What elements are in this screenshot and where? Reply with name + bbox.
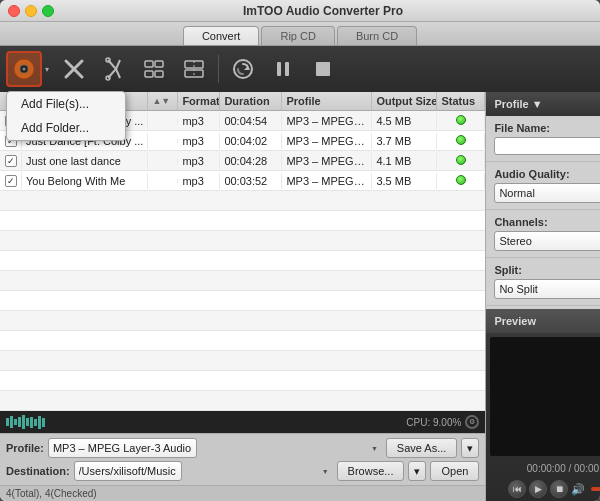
add-button[interactable]: [6, 51, 42, 87]
row4-status: [437, 173, 485, 189]
table-row[interactable]: Just one last dance mp3 00:04:28 MP3 – M…: [0, 151, 485, 171]
row1-arrows: [148, 119, 178, 123]
preview-section: Preview ▶ 00:00:00 / 00:00:00 ⏮ ▶ ⏹ 🔊: [486, 309, 600, 502]
panel-main: File Name: Audio Quality: Normal: [486, 116, 600, 309]
row3-outputsize: 4.1 MB: [372, 153, 437, 169]
preview-header: Preview ▶: [486, 309, 600, 333]
row1-status-icon: [456, 115, 466, 125]
content-area: Name ▲▼ Format Duration Profile: [0, 92, 600, 501]
th-status[interactable]: Status: [437, 92, 485, 110]
add-icon: [12, 57, 36, 81]
split-label: Split:: [494, 264, 600, 276]
status-bar: 4(Total), 4(Checked): [0, 485, 485, 501]
browse-dropdown[interactable]: ▾: [408, 461, 426, 481]
empty-row: [0, 251, 485, 271]
svg-rect-18: [316, 62, 330, 76]
panel-content: File Name: Audio Quality: Normal: [486, 116, 600, 309]
preview-controls: ⏮ ▶ ⏹ 🔊: [486, 477, 600, 501]
audio-quality-label: Audio Quality:: [494, 168, 600, 180]
row3-check[interactable]: [0, 152, 22, 169]
profile-header-label: Profile ▼: [494, 98, 542, 110]
row3-checkbox[interactable]: [5, 155, 17, 167]
audio-quality-select[interactable]: Normal: [494, 183, 600, 203]
th-outputsize[interactable]: Output Size: [372, 92, 437, 110]
volume-slider[interactable]: [591, 487, 600, 491]
maximize-button[interactable]: [42, 5, 54, 17]
add-dropdown-menu: Add File(s)... Add Folder...: [6, 91, 126, 141]
main-window: ImTOO Audio Converter Pro Convert Rip CD…: [0, 0, 600, 501]
merge-button[interactable]: [136, 51, 172, 87]
row2-arrows: [148, 139, 178, 143]
row4-checkbox[interactable]: [5, 175, 17, 187]
channels-select[interactable]: Stereo: [494, 231, 600, 251]
th-format[interactable]: Format: [178, 92, 220, 110]
tab-convert[interactable]: Convert: [183, 26, 260, 45]
waveform-bar-10: [42, 418, 45, 427]
remove-button[interactable]: [56, 51, 92, 87]
add-button-group: ▾ Add File(s)... Add Folder...: [6, 51, 52, 87]
row3-name: Just one last dance: [22, 153, 148, 169]
add-dropdown-arrow[interactable]: ▾: [42, 51, 52, 87]
row3-format: mp3: [178, 153, 220, 169]
row4-status-icon: [456, 175, 466, 185]
toolbar: ▾ Add File(s)... Add Folder...: [0, 46, 600, 92]
save-as-dropdown[interactable]: ▾: [461, 438, 479, 458]
separator-1: [218, 55, 219, 83]
th-profile[interactable]: Profile: [282, 92, 372, 110]
row4-format: mp3: [178, 173, 220, 189]
empty-row: [0, 271, 485, 291]
row4-profile: MP3 – MPEG La...: [282, 173, 372, 189]
convert-button[interactable]: [225, 51, 261, 87]
waveform-visual: [6, 415, 76, 429]
save-as-button[interactable]: Save As...: [386, 438, 458, 458]
add-files-item[interactable]: Add File(s)...: [7, 92, 125, 116]
waveform-bar: CPU: 9.00% ⚙: [0, 411, 485, 433]
settings-icon[interactable]: ⚙: [465, 415, 479, 429]
browse-button[interactable]: Browse...: [337, 461, 405, 481]
filename-label: File Name:: [494, 122, 600, 134]
right-panel: Profile ▼ ▶ File Name: Audio Quality:: [485, 92, 600, 501]
add-folder-item[interactable]: Add Folder...: [7, 116, 125, 140]
tab-burn-cd[interactable]: Burn CD: [337, 26, 417, 45]
row4-name: You Belong With Me: [22, 173, 148, 189]
channels-select-wrapper: Stereo: [494, 231, 600, 251]
open-button[interactable]: Open: [430, 461, 479, 481]
row1-profile: MP3 – MPEG La...: [282, 113, 372, 129]
row1-status: [437, 113, 485, 129]
th-duration[interactable]: Duration: [220, 92, 282, 110]
pause-button[interactable]: [265, 51, 301, 87]
row2-status: [437, 133, 485, 149]
profile-label: Profile:: [6, 442, 44, 454]
empty-row: [0, 291, 485, 311]
minimize-button[interactable]: [25, 5, 37, 17]
waveform-bar-7: [30, 417, 33, 428]
row3-profile: MP3 – MPEG La...: [282, 153, 372, 169]
preview-rewind-button[interactable]: ⏮: [508, 480, 526, 498]
svg-rect-9: [145, 71, 153, 77]
split-select[interactable]: No Split: [494, 279, 600, 299]
cut-button[interactable]: [96, 51, 132, 87]
scissors-icon: [102, 57, 126, 81]
table-row[interactable]: You Belong With Me mp3 00:03:52 MP3 – MP…: [0, 171, 485, 191]
empty-row: [0, 351, 485, 371]
filename-input[interactable]: [494, 137, 600, 155]
audio-quality-select-wrapper: Normal: [494, 183, 600, 203]
close-button[interactable]: [8, 5, 20, 17]
svg-rect-7: [145, 61, 153, 67]
row4-check[interactable]: [0, 172, 22, 189]
row4-duration: 00:03:52: [220, 173, 282, 189]
tab-rip-cd[interactable]: Rip CD: [261, 26, 334, 45]
stop-button[interactable]: [305, 51, 341, 87]
row3-status: [437, 153, 485, 169]
row1-duration: 00:04:54: [220, 113, 282, 129]
waveform-bar-3: [14, 419, 17, 425]
split-button[interactable]: [176, 51, 212, 87]
destination-select[interactable]: /Users/xilisoft/Music: [74, 461, 182, 481]
convert-icon: [231, 57, 255, 81]
destination-row: Destination: /Users/xilisoft/Music Brows…: [6, 461, 479, 481]
profile-select[interactable]: MP3 – MPEG Layer-3 Audio: [48, 438, 197, 458]
preview-stop-button[interactable]: ⏹: [550, 480, 568, 498]
preview-video: [490, 337, 600, 457]
preview-play-button[interactable]: ▶: [529, 480, 547, 498]
row2-outputsize: 3.7 MB: [372, 133, 437, 149]
